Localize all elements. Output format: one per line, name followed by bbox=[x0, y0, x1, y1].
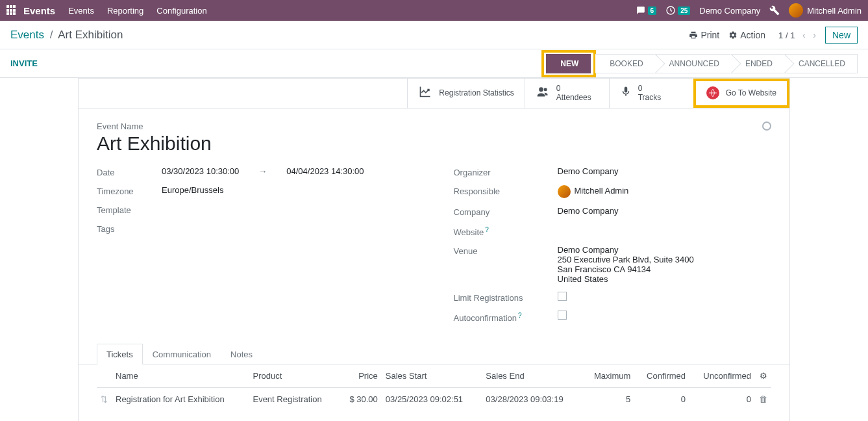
pager-next[interactable]: › bbox=[813, 30, 816, 40]
print-button[interactable]: Print bbox=[689, 30, 719, 40]
responsible-label: Responsible bbox=[454, 185, 558, 196]
th-price[interactable]: Price bbox=[340, 364, 382, 388]
highlight-goto-website: Go To Website bbox=[693, 79, 789, 108]
avatar bbox=[789, 3, 803, 18]
menu-events[interactable]: Events bbox=[68, 6, 94, 16]
event-name[interactable]: Art Exhibition bbox=[97, 133, 771, 155]
arrow-right-icon: → bbox=[258, 166, 267, 176]
stat-registration[interactable]: Registration Statistics bbox=[407, 79, 524, 108]
help-icon[interactable]: ? bbox=[518, 312, 522, 319]
breadcrumb-current: Art Exhibition bbox=[58, 29, 123, 41]
row-unconfirmed: 0 bbox=[689, 388, 755, 411]
date-start[interactable]: 03/30/2023 10:30:00 bbox=[162, 166, 239, 176]
company-name[interactable]: Demo Company bbox=[699, 6, 760, 16]
microphone-icon bbox=[620, 85, 632, 101]
organizer-label: Organizer bbox=[454, 166, 558, 177]
th-unconfirmed[interactable]: Unconfirmed bbox=[689, 364, 755, 388]
th-confirmed[interactable]: Confirmed bbox=[634, 364, 689, 388]
organizer-value[interactable]: Demo Company bbox=[558, 166, 772, 176]
tab-communication[interactable]: Communication bbox=[143, 344, 221, 364]
messaging-icon[interactable]: 6 bbox=[636, 6, 657, 15]
chart-icon bbox=[418, 85, 432, 101]
th-max[interactable]: Maximum bbox=[582, 364, 634, 388]
table-row[interactable]: ⇅ Registration for Art Exhibition Event … bbox=[97, 388, 771, 411]
stage-new[interactable]: NEW bbox=[546, 54, 591, 73]
activities-icon[interactable]: 25 bbox=[665, 5, 690, 16]
limit-checkbox[interactable] bbox=[558, 292, 567, 301]
company-value[interactable]: Demo Company bbox=[558, 206, 772, 216]
breadcrumb: Events / Art Exhibition bbox=[10, 29, 123, 42]
stage-booked[interactable]: BOOKED bbox=[595, 54, 655, 73]
website-label: Website? bbox=[454, 225, 558, 237]
row-price: $ 30.00 bbox=[340, 388, 382, 411]
date-end[interactable]: 04/04/2023 14:30:00 bbox=[286, 166, 364, 176]
tab-notes[interactable]: Notes bbox=[221, 344, 262, 364]
timezone-label: Timezone bbox=[97, 185, 162, 196]
event-name-label: Event Name bbox=[97, 121, 771, 131]
venue-label: Venue bbox=[454, 245, 558, 256]
menu-reporting[interactable]: Reporting bbox=[107, 6, 143, 16]
tab-tickets[interactable]: Tickets bbox=[97, 344, 143, 364]
stat-tracks[interactable]: 0Tracks bbox=[609, 79, 693, 108]
highlight-new-stage: NEW bbox=[541, 50, 596, 77]
status-steps: NEW BOOKED ANNOUNCED ENDED CANCELLED bbox=[541, 50, 858, 77]
brand[interactable]: Events bbox=[23, 5, 55, 16]
row-end: 03/28/2023 09:03:19 bbox=[482, 388, 582, 411]
row-confirmed: 0 bbox=[634, 388, 689, 411]
date-label: Date bbox=[97, 166, 162, 177]
company-label: Company bbox=[454, 206, 558, 217]
kanban-state[interactable] bbox=[762, 121, 771, 131]
help-icon[interactable]: ? bbox=[485, 226, 489, 233]
drag-handle-icon[interactable]: ⇅ bbox=[101, 394, 108, 404]
tags-label: Tags bbox=[97, 223, 162, 234]
th-start[interactable]: Sales Start bbox=[382, 364, 482, 388]
stat-attendees[interactable]: 0Attendees bbox=[525, 79, 609, 108]
timer-badge: 25 bbox=[678, 6, 690, 15]
row-start: 03/25/2023 09:02:51 bbox=[382, 388, 482, 411]
limit-label: Limit Registrations bbox=[454, 292, 558, 303]
chat-badge: 6 bbox=[648, 6, 657, 15]
user-name: Mitchell Admin bbox=[807, 6, 862, 16]
row-max: 5 bbox=[582, 388, 634, 411]
invite-button[interactable]: INVITE bbox=[10, 58, 38, 68]
settings-icon[interactable]: ⚙ bbox=[760, 371, 767, 381]
th-name[interactable]: Name bbox=[112, 364, 249, 388]
svg-point-2 bbox=[543, 88, 547, 91]
autoconf-label: Autoconfirmation? bbox=[454, 311, 558, 323]
new-button[interactable]: New bbox=[825, 27, 858, 44]
timezone-value[interactable]: Europe/Brussels bbox=[162, 185, 415, 195]
menu-configuration[interactable]: Configuration bbox=[156, 6, 206, 16]
th-end[interactable]: Sales End bbox=[482, 364, 582, 388]
pager-prev[interactable]: ‹ bbox=[802, 30, 806, 40]
svg-point-1 bbox=[539, 87, 543, 92]
user-menu[interactable]: Mitchell Admin bbox=[789, 3, 862, 18]
globe-icon bbox=[706, 86, 719, 99]
avatar-icon bbox=[558, 185, 571, 198]
pager: 1 / 1 ‹ › bbox=[778, 30, 816, 40]
users-icon bbox=[536, 85, 550, 101]
breadcrumb-root[interactable]: Events bbox=[10, 29, 44, 41]
autoconf-checkbox[interactable] bbox=[558, 311, 567, 320]
stat-goto-website[interactable]: Go To Website bbox=[696, 81, 787, 105]
stage-announced[interactable]: ANNOUNCED bbox=[655, 54, 732, 73]
stage-cancelled[interactable]: CANCELLED bbox=[784, 54, 858, 73]
row-name: Registration for Art Exhibition bbox=[112, 388, 249, 411]
trash-icon[interactable]: 🗑 bbox=[759, 394, 767, 404]
apps-icon[interactable] bbox=[6, 5, 17, 16]
venue-value[interactable]: Demo Company 250 Executive Park Blvd, Su… bbox=[558, 245, 772, 284]
th-product[interactable]: Product bbox=[249, 364, 339, 388]
debug-icon[interactable] bbox=[769, 5, 780, 16]
row-product: Event Registration bbox=[249, 388, 339, 411]
responsible-value[interactable]: Mitchell Admin bbox=[558, 185, 772, 198]
template-label: Template bbox=[97, 204, 162, 215]
action-button[interactable]: Action bbox=[728, 30, 765, 40]
